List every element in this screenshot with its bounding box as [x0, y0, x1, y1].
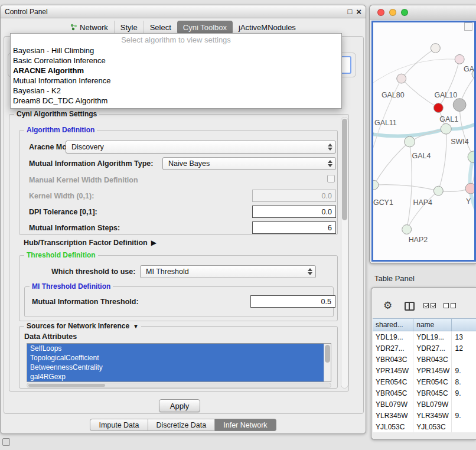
node-label: Y	[466, 197, 471, 206]
table-row[interactable]: YLR345WYLR345W9.	[373, 410, 476, 421]
control-panel-titlebar[interactable]: Control Panel □ ×	[1, 5, 366, 18]
tab-cyni-toolbox[interactable]: Cyni Toolbox	[177, 21, 233, 34]
deselect-all-icon[interactable]	[444, 303, 458, 308]
network-edge[interactable]	[374, 185, 438, 191]
tab-infer-network[interactable]: Infer Network	[215, 419, 276, 431]
attributes-hscrollbar[interactable]	[27, 383, 331, 388]
table-cell: 9.	[452, 387, 476, 399]
tab-cyni-toolbox-label: Cyni Toolbox	[183, 23, 227, 32]
network-node[interactable]	[373, 180, 379, 190]
table-row[interactable]: YBR045CYBR045C9.	[373, 387, 476, 399]
node-table: shared...name YDL19...YDL19...13YDR27...…	[373, 318, 476, 432]
table-row[interactable]: YDR27...YDR27...12	[373, 343, 476, 354]
network-node[interactable]	[402, 225, 412, 234]
algorithm-option[interactable]: ARACNE Algorithm	[11, 66, 341, 76]
mac-minimize-button[interactable]	[389, 9, 396, 16]
column-header[interactable]: shared...	[373, 319, 413, 331]
table-row[interactable]: YPR145WYPR145W9.	[373, 365, 476, 376]
data-attribute-item[interactable]: TopologicalCoefficient	[27, 353, 324, 363]
algorithm-option[interactable]: Basic Correlation Inference	[11, 56, 341, 66]
settings-scrollbar-thumb[interactable]	[342, 119, 347, 220]
tab-jactive-modules[interactable]: jActiveMNodules	[233, 21, 302, 34]
panel-dock-icon[interactable]	[2, 438, 10, 446]
dpi-tolerance-field[interactable]: 0.0	[252, 206, 336, 218]
network-view-window: GAL80GALGAL10GAL11GAL1SWI4GAL4GCY1HAP4YH…	[369, 5, 476, 264]
sources-group: Sources for Network Inference ▼ Data Att…	[19, 326, 338, 389]
data-attribute-item[interactable]: SelfLoops	[27, 344, 324, 353]
data-attribute-item[interactable]: gal4RGexp	[27, 372, 324, 381]
network-node[interactable]	[405, 136, 415, 147]
select-all-icon[interactable]	[423, 303, 438, 308]
network-node[interactable]	[433, 103, 443, 113]
threshold-definition-title: Threshold Definition	[24, 251, 98, 260]
kernel-width-field[interactable]: 0.0	[252, 190, 336, 202]
attributes-hscrollbar-thumb[interactable]	[28, 384, 105, 387]
table-cell: YER054C	[373, 376, 413, 387]
column-header[interactable]	[452, 319, 476, 331]
table-cell: YDR27...	[413, 343, 452, 354]
network-node[interactable]	[433, 186, 443, 195]
network-edge[interactable]	[402, 48, 436, 79]
algorithm-option-list: Bayesian - Hill ClimbingBasic Correlatio…	[11, 45, 341, 106]
data-attribute-item[interactable]: BetweennessCentrality	[27, 363, 324, 372]
network-node[interactable]	[465, 183, 474, 194]
hub-definition-toggle[interactable]: Hub/Transcription Factor Definition ▶	[24, 239, 157, 247]
apply-button-label: Apply	[170, 402, 190, 410]
table-row[interactable]: YER054CYER054C8.	[373, 376, 476, 387]
column-header[interactable]: name	[413, 319, 452, 331]
network-canvas[interactable]: GAL80GALGAL10GAL11GAL1SWI4GAL4GCY1HAP4YH…	[373, 22, 474, 260]
network-node[interactable]	[453, 99, 466, 112]
tab-network-label: Network	[80, 23, 108, 32]
algorithm-option[interactable]: Bayesian - K2	[11, 86, 341, 96]
network-scrollbar-corner[interactable]	[464, 22, 472, 31]
mi-threshold-group-title: MI Threshold Definition	[30, 282, 113, 291]
table-row[interactable]: YJL053CYJL053C	[373, 421, 476, 432]
which-threshold-label: Which threshold to use:	[51, 268, 135, 276]
node-label: HAP4	[413, 198, 433, 207]
which-threshold-combo[interactable]: MI Threshold	[140, 265, 316, 278]
table-row[interactable]: YBR043CYBR043C	[373, 354, 476, 365]
apply-button[interactable]: Apply	[159, 399, 200, 412]
manual-kernel-checkbox[interactable]	[327, 175, 335, 182]
mac-close-button[interactable]	[377, 9, 384, 16]
sources-toggle[interactable]: Sources for Network Inference ▼	[24, 322, 141, 331]
tab-style[interactable]: Style	[114, 21, 144, 34]
network-edge[interactable]	[459, 105, 474, 157]
tab-network[interactable]: Network	[64, 21, 114, 34]
cyni-bottom-tabbar: Impute Data Discretize Data Infer Networ…	[1, 419, 366, 431]
network-node[interactable]	[468, 151, 474, 163]
network-edge[interactable]	[438, 129, 446, 191]
close-icon[interactable]: ×	[356, 8, 361, 15]
attributes-scrollbar[interactable]	[324, 344, 331, 381]
column-chooser-icon[interactable]	[405, 302, 415, 311]
attributes-scrollbar-thumb[interactable]	[325, 345, 330, 363]
tab-discretize-data[interactable]: Discretize Data	[148, 419, 216, 431]
node-label: GAL80	[382, 91, 405, 99]
network-node[interactable]	[441, 123, 451, 134]
mi-type-combo[interactable]: Naive Bayes	[162, 157, 336, 170]
table-row[interactable]: YDL19...YDL19...13	[373, 331, 476, 343]
tab-select[interactable]: Select	[144, 21, 177, 34]
mac-zoom-button[interactable]	[401, 9, 408, 16]
algorithm-option[interactable]: Bayesian - Hill Climbing	[11, 45, 341, 56]
network-window-titlebar[interactable]	[370, 5, 476, 19]
gear-icon[interactable]: ⚙	[383, 301, 392, 311]
algorithm-option[interactable]: Mutual Information Inference	[11, 76, 341, 86]
tab-impute-data[interactable]: Impute Data	[90, 419, 148, 431]
mi-threshold-field[interactable]: 0.5	[250, 295, 335, 308]
table-cell	[452, 421, 476, 432]
algorithm-option[interactable]: Dream8 DC_TDC Algorithm	[11, 96, 341, 106]
network-node[interactable]	[455, 54, 464, 64]
unchecked-box-glyph	[444, 303, 449, 308]
network-edge[interactable]	[373, 129, 446, 136]
table-row[interactable]: YBL079WYBL079W	[373, 399, 476, 410]
network-edge[interactable]	[374, 142, 410, 185]
mi-steps-field[interactable]: 6	[252, 221, 336, 234]
aracne-mode-combo[interactable]: Discovery	[66, 141, 336, 154]
network-edge[interactable]	[402, 79, 439, 108]
network-node[interactable]	[431, 44, 440, 53]
settings-scrollbar[interactable]	[341, 117, 348, 389]
control-panel-window: Control Panel □ × Network St	[0, 5, 366, 434]
float-window-icon[interactable]: □	[347, 8, 352, 15]
network-node[interactable]	[397, 74, 406, 83]
